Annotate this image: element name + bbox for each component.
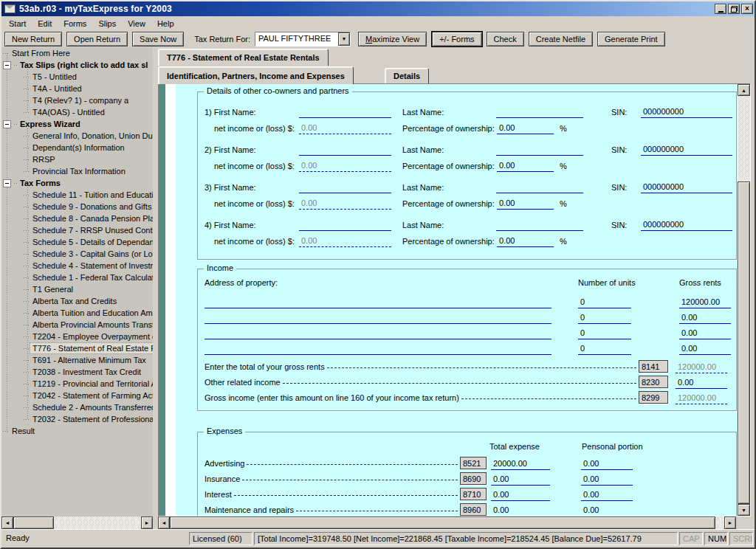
ownership-pct-input[interactable]: 0.00 — [497, 197, 554, 210]
scrollbar-track[interactable] — [715, 517, 724, 529]
tree-item[interactable]: Alberta Tuition and Education Amou — [1, 307, 153, 319]
tree-item[interactable]: T5 - Untitled — [1, 71, 153, 83]
property-address-input[interactable] — [205, 311, 551, 324]
tree-item[interactable]: T1219 - Provincial and Territorial Al — [1, 378, 153, 390]
first-name-input[interactable] — [299, 181, 391, 193]
sin-input[interactable]: 000000000 — [641, 106, 732, 118]
tree-item[interactable]: T2032 - Statement of Professional — [1, 413, 153, 425]
ownership-pct-input[interactable]: 0.00 — [497, 159, 554, 172]
menu-item[interactable]: Slips — [92, 18, 122, 30]
scroll-down-icon[interactable]: ▼ — [738, 504, 750, 516]
collapse-icon[interactable] — [3, 61, 11, 69]
total-expense-input[interactable]: 0.00 — [491, 488, 550, 501]
personal-portion-input[interactable]: 0.00 — [581, 473, 633, 486]
last-name-input[interactable] — [496, 218, 583, 231]
menu-item[interactable]: Edit — [32, 18, 58, 30]
tree-item[interactable]: T2204 - Employee Overpayment of — [1, 331, 153, 342]
save-now-button[interactable]: Save Now — [132, 32, 184, 46]
personal-portion-input[interactable]: 0.00 — [581, 488, 633, 501]
scroll-left-icon[interactable]: ◄ — [1, 517, 13, 529]
total-expense-input[interactable]: 0.00 — [491, 473, 550, 486]
tree-item[interactable]: T2042 - Statement of Farming Activ — [1, 390, 153, 401]
tree-item[interactable]: Schedule 11 - Tuition and Education — [1, 189, 153, 201]
tab-t776[interactable]: T776 - Statement of Real Estate Rentals — [158, 49, 329, 66]
collapse-icon[interactable] — [3, 120, 11, 128]
units-input[interactable]: 0 — [578, 342, 631, 355]
sin-input[interactable]: 000000000 — [641, 218, 732, 231]
minimize-button[interactable] — [715, 4, 726, 14]
property-address-input[interactable] — [205, 296, 551, 308]
tree-item[interactable]: Schedule 3 - Capital Gains (or Losse — [1, 248, 153, 260]
first-name-input[interactable] — [299, 106, 391, 118]
tree-item[interactable]: T4A(OAS) - Untitled — [1, 106, 153, 118]
scrollbar-track[interactable] — [738, 96, 750, 182]
personal-portion-input[interactable]: 0.00 — [581, 504, 633, 516]
scroll-up-icon[interactable]: ▲ — [738, 84, 750, 96]
net-income-input[interactable]: 0.00 — [299, 235, 391, 247]
tree-item[interactable]: General Info, Donation, Union Due — [1, 130, 153, 142]
tree-item[interactable]: Alberta Tax and Credits — [1, 295, 153, 307]
plus-minus-forms-button[interactable]: +/- Forms — [432, 32, 481, 46]
restore-button[interactable] — [728, 4, 740, 14]
tree-item[interactable]: Tax Forms — [1, 177, 153, 189]
scroll-left-icon[interactable]: ◄ — [158, 517, 170, 529]
menu-item[interactable]: Start — [3, 18, 32, 30]
last-name-input[interactable] — [496, 143, 583, 156]
scroll-right-icon[interactable]: ► — [724, 517, 736, 529]
tree-item[interactable]: Schedule 9 - Donations and Gifts — [1, 201, 153, 213]
generate-print-button[interactable]: Generate Print — [597, 32, 665, 46]
new-return-button[interactable]: New Return — [4, 32, 62, 46]
last-name-input[interactable] — [496, 106, 583, 118]
maximize-view-button[interactable]: Maximize View — [358, 32, 427, 46]
gross-rent-input[interactable]: 0.00 — [679, 311, 731, 324]
tree-item[interactable]: Schedule 5 - Details of Dependant — [1, 236, 153, 248]
units-input[interactable]: 0 — [578, 311, 631, 324]
gross-rent-input[interactable]: 0.00 — [679, 327, 731, 339]
tree-item[interactable]: T2038 - Investment Tax Credit — [1, 366, 153, 378]
tree-item[interactable]: Schedule 8 - Canada Pension Plan C — [1, 213, 153, 224]
scrollbar-thumb[interactable] — [738, 182, 750, 504]
tree-item[interactable]: Alberta Provincial Amounts Transfe — [1, 319, 153, 331]
tab-details[interactable]: Details — [385, 68, 429, 83]
collapse-icon[interactable] — [3, 179, 11, 187]
form-horizontal-scrollbar[interactable]: ◄ ► — [158, 517, 736, 529]
net-income-input[interactable]: 0.00 — [299, 122, 391, 134]
tree-item[interactable]: Start From Here — [1, 47, 153, 59]
ownership-pct-input[interactable]: 0.00 — [497, 122, 554, 134]
form-vertical-scrollbar[interactable]: ▲ ▼ — [738, 84, 750, 516]
gross-rent-input[interactable]: 120000.00 — [679, 296, 731, 308]
total-expense-input[interactable]: 0.00 — [491, 504, 550, 516]
menu-item[interactable]: Forms — [58, 18, 92, 30]
income-total-value[interactable]: 0.00 — [676, 376, 727, 389]
tree-item[interactable]: Schedule 1 - Federal Tax Calculatio — [1, 272, 153, 283]
tree-horizontal-scrollbar[interactable]: ◄ ► — [1, 517, 153, 529]
tree-item[interactable]: Tax Slips (right click to add tax sl — [1, 59, 153, 71]
units-input[interactable]: 0 — [578, 327, 631, 339]
tree-item[interactable]: Schedule 4 - Statement of Investme — [1, 260, 153, 272]
tree-item[interactable]: T4A - Untitled — [1, 83, 153, 94]
scrollbar-thumb[interactable] — [170, 517, 715, 529]
menu-item[interactable]: View — [122, 18, 151, 30]
gross-rent-input[interactable]: 0.00 — [679, 342, 731, 355]
tree-item[interactable]: RRSP — [1, 153, 153, 165]
scrollbar-thumb[interactable] — [13, 517, 54, 529]
tree-item[interactable]: Schedule 2 - Amounts Transferred — [1, 401, 153, 413]
tab-identification-partners[interactable]: Identification, Partners, Income and Exp… — [158, 66, 354, 84]
last-name-input[interactable] — [496, 181, 583, 193]
net-income-input[interactable]: 0.00 — [299, 197, 391, 210]
scroll-right-icon[interactable]: ► — [141, 517, 153, 529]
income-total-value[interactable]: 120000.00 — [676, 361, 727, 373]
tree-item[interactable]: T776 - Statement of Real Estate Re — [1, 342, 153, 354]
tree-item[interactable]: Dependant(s) Information — [1, 142, 153, 153]
tree-item[interactable]: Provincial Tax Information — [1, 165, 153, 177]
property-address-input[interactable] — [205, 327, 551, 339]
combo-dropdown-button[interactable]: ▼ — [338, 32, 350, 46]
check-button[interactable]: Check — [487, 32, 524, 46]
income-total-value[interactable]: 120000.00 — [676, 392, 727, 404]
first-name-input[interactable] — [299, 218, 391, 231]
scrollbar-track[interactable] — [54, 517, 141, 529]
tree-item[interactable]: Express Wizard — [1, 118, 153, 130]
first-name-input[interactable] — [299, 143, 391, 156]
create-netfile-button[interactable]: Create Netfile — [529, 32, 593, 46]
tree-item[interactable]: T4 (Relev? 1) - company a — [1, 94, 153, 106]
